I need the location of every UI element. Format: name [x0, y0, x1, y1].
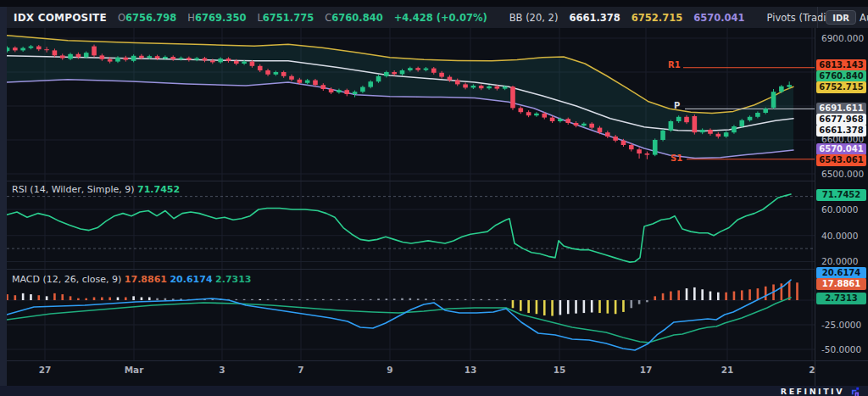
header-divider — [817, 7, 818, 28]
rsi-pane-title[interactable]: RSI (14, Wilder, Simple, 9) 71.7452 — [12, 184, 180, 195]
change-value: +4.428 (+0.07%) — [394, 12, 487, 24]
macd-line — [7, 280, 791, 350]
price-badge: 2.7313 — [816, 293, 866, 304]
macd-hist-value: 17.8861 — [125, 274, 167, 285]
macd-signal-value: 2.7313 — [215, 274, 251, 285]
refinitiv-logo-icon — [850, 387, 860, 396]
footer-bar: REFINITIV — [0, 386, 868, 396]
macd-axis-label: -25.0000 — [821, 319, 861, 331]
price-badge: 20.6174 — [816, 267, 866, 279]
price-badge: 6543.061 — [816, 154, 866, 166]
macd-histogram — [6, 282, 798, 316]
price-axis[interactable]: 6900.0006600.0006500.00060.000040.000020… — [815, 0, 868, 386]
bb-indicator-label[interactable]: BB (20, 2) — [509, 12, 559, 24]
price-badge: 6691.611 — [816, 103, 866, 114]
bb-basis-value: 6661.378 — [569, 12, 620, 24]
rsi-current-value: 71.7452 — [137, 184, 180, 195]
price-badge: 6752.715 — [816, 81, 866, 93]
price-badge: 71.7452 — [816, 189, 866, 201]
chart-canvas[interactable] — [0, 0, 868, 396]
macd-pane-title[interactable]: MACD (12, 26, close, 9) 17.8861 20.6174 … — [12, 274, 252, 285]
close-value: C6760.840 — [325, 12, 382, 24]
time-axis-label: 21 — [721, 365, 734, 375]
time-axis[interactable]: 27Mar379131517212 — [0, 361, 815, 386]
price-badge: 6570.041 — [816, 143, 866, 155]
top-strip — [0, 0, 868, 7]
price-badge: 6677.968 — [816, 114, 866, 125]
symbol-title[interactable]: IDX COMPOSITE — [14, 12, 107, 24]
open-value: O6756.798 — [118, 12, 176, 24]
price-axis-label: 6900.000 — [821, 32, 864, 44]
pane-separator-rsi[interactable] — [0, 181, 815, 181]
rsi-axis-label: 20.0000 — [821, 255, 858, 267]
bb-upper-value: 6752.715 — [632, 12, 682, 24]
price-badge: 17.8861 — [816, 278, 866, 290]
price-badge: 6813.143 — [816, 59, 866, 71]
rsi-axis-label: 40.0000 — [821, 230, 858, 242]
trading-terminal: IDX COMPOSITE O6756.798 H6769.350 L6751.… — [0, 0, 868, 396]
pivot-label-r1: R1 — [668, 60, 681, 70]
time-axis-label: 15 — [554, 365, 566, 375]
time-axis-label: 13 — [465, 365, 477, 375]
pivot-label-s1: S1 — [670, 153, 682, 163]
pane-separator-macd[interactable] — [0, 269, 815, 270]
time-axis-label: 17 — [640, 365, 653, 375]
rsi-axis-label: 60.0000 — [821, 204, 858, 215]
macd-line-value: 20.6174 — [170, 274, 212, 285]
time-axis-label: 27 — [39, 365, 52, 375]
macd-signal-line — [7, 298, 791, 343]
time-axis-label: 7 — [298, 365, 303, 375]
chart-legend-bar: IDX COMPOSITE O6756.798 H6769.350 L6751.… — [7, 7, 868, 28]
bb-lower-value: 6570.041 — [693, 12, 744, 24]
price-badge: 6760.840 — [816, 70, 866, 82]
rsi-line — [7, 194, 791, 262]
time-axis-label: 9 — [387, 365, 392, 375]
pivot-label-p: P — [674, 101, 680, 110]
refinitiv-brand: REFINITIV — [781, 387, 844, 396]
time-axis-label: Mar — [125, 365, 144, 375]
price-axis-label: 6500.000 — [821, 168, 864, 180]
collapsed-sidebar[interactable] — [0, 0, 7, 386]
low-value: L6751.775 — [257, 12, 314, 24]
time-axis-label: 3 — [219, 365, 225, 375]
price-badge: 6661.378 — [816, 125, 866, 137]
time-axis-label: 2 — [809, 365, 815, 375]
macd-axis-label: -50.0000 — [821, 343, 861, 355]
currency-badge[interactable]: IDR — [826, 10, 856, 25]
high-value: H6769.350 — [187, 12, 246, 24]
